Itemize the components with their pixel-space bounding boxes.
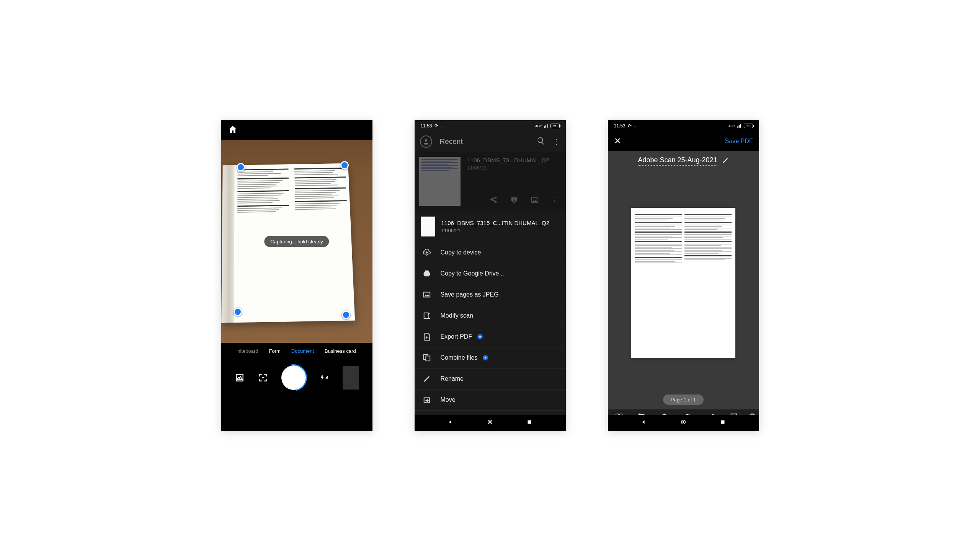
export-icon — [422, 332, 431, 341]
premium-badge-icon — [477, 334, 483, 339]
search-icon[interactable] — [537, 137, 545, 147]
status-bar: 11:53⟳·· 4G+ 21 — [415, 120, 566, 132]
last-scan-preview[interactable] — [343, 366, 359, 390]
crop-corner-bottom-right[interactable] — [342, 311, 350, 319]
svg-point-1 — [425, 139, 427, 142]
mode-form[interactable]: Form — [269, 348, 280, 354]
file-card: 1106_DBMS_73...DHUMAL_Q2 11/06/21 ⋮ — [415, 152, 566, 211]
profile-avatar-icon[interactable] — [420, 135, 432, 148]
modify-icon — [422, 311, 431, 320]
copy-to-device-button[interactable]: Copy to device — [415, 242, 566, 263]
move-icon — [422, 395, 431, 404]
network-type: 4G+ — [535, 124, 542, 128]
svg-point-0 — [262, 377, 264, 378]
edit-title-icon[interactable] — [722, 157, 729, 165]
recents-nav-icon[interactable] — [526, 419, 533, 427]
gallery-icon[interactable] — [235, 373, 245, 383]
save-jpeg-button[interactable]: Save pages as JPEG — [415, 284, 566, 305]
android-nav-bar — [608, 415, 759, 431]
scanned-page-preview[interactable] — [631, 208, 735, 358]
close-icon[interactable]: ✕ — [614, 136, 621, 146]
app-toolbar: Recent ⋮ — [415, 132, 566, 152]
shutter-button[interactable] — [281, 365, 306, 390]
auto-capture-icon[interactable] — [258, 373, 268, 383]
svg-rect-5 — [426, 356, 430, 361]
copy-to-drive-button[interactable]: Copy to Google Drive... — [415, 263, 566, 284]
back-nav-icon[interactable] — [640, 419, 647, 427]
home-nav-icon[interactable] — [487, 419, 493, 427]
svg-rect-9 — [528, 421, 531, 424]
document-title[interactable]: Adobe Scan 25-Aug-2021 — [638, 156, 717, 166]
status-time: 11:53 — [614, 123, 626, 129]
recent-files-screen: 11:53⟳·· 4G+ 21 Recent ⋮ 1106_DBMS_73...… — [415, 120, 566, 431]
crop-corner-bottom-left[interactable] — [234, 308, 242, 316]
svg-point-16 — [683, 421, 684, 423]
home-nav-icon[interactable] — [680, 419, 687, 427]
google-drive-icon — [422, 269, 431, 278]
page-indicator: Page 1 of 1 — [663, 395, 704, 405]
file-name: 1106_DBMS_73...DHUMAL_Q2 — [467, 157, 560, 163]
file-action-menu: Copy to device Copy to Google Drive... S… — [415, 242, 566, 431]
pdf-icon[interactable] — [510, 196, 518, 206]
image-icon — [422, 290, 431, 299]
share-icon[interactable] — [489, 196, 498, 206]
more-icon[interactable]: ⋮ — [551, 196, 558, 206]
image-icon[interactable] — [531, 196, 539, 206]
status-bar: 11:53⟳·· 4G+ 21 — [608, 120, 759, 132]
signal-icon — [544, 123, 549, 129]
status-time: 11:53 — [421, 123, 432, 129]
signal-icon — [737, 123, 742, 129]
capture-status-toast: Capturing... hold steady — [264, 236, 329, 247]
battery-icon: 21 — [744, 124, 753, 128]
crop-corner-top-left[interactable] — [237, 163, 245, 171]
camera-controls: A — [221, 359, 372, 390]
rename-button[interactable]: Rename — [415, 368, 566, 389]
scan-camera-screen: Capturing... hold steady hiteboard Form … — [221, 120, 372, 431]
mode-whiteboard[interactable]: hiteboard — [237, 348, 258, 354]
svg-point-8 — [489, 421, 491, 423]
rotation-lock-icon: ⟳ — [628, 123, 632, 129]
back-nav-icon[interactable] — [447, 419, 454, 427]
svg-rect-17 — [721, 421, 725, 424]
file-date: 11/06/21 — [441, 228, 560, 233]
home-icon[interactable] — [228, 125, 237, 135]
review-header: ✕ Save PDF — [608, 132, 759, 151]
battery-icon: 21 — [550, 124, 560, 128]
screen-title: Recent — [440, 137, 529, 146]
premium-badge-icon — [483, 355, 488, 360]
move-button[interactable]: Move — [415, 389, 566, 410]
modify-scan-button[interactable]: Modify scan — [415, 305, 566, 326]
mode-business-card[interactable]: Business card — [325, 348, 356, 354]
combine-icon — [422, 353, 431, 362]
action-sheet-header: 1106_DBMS_7315_C...ITIN DHUMAL_Q2 11/06/… — [415, 211, 566, 242]
download-cloud-icon — [422, 248, 431, 257]
scan-mode-selector: hiteboard Form Document Business card — [221, 343, 372, 359]
overflow-menu-icon[interactable]: ⋮ — [553, 137, 560, 146]
file-name: 1106_DBMS_7315_C...ITIN DHUMAL_Q2 — [441, 220, 560, 226]
document-title-row: Adobe Scan 25-Aug-2021 — [608, 151, 759, 171]
page-preview-stage — [608, 171, 759, 395]
review-scan-screen: 11:53⟳·· 4G+ 21 ✕ Save PDF Adobe Scan 25… — [608, 120, 759, 431]
camera-topbar — [221, 120, 372, 140]
pencil-icon — [422, 374, 431, 383]
file-thumbnail — [419, 157, 461, 206]
file-date: 11/06/21 — [467, 165, 560, 171]
mode-document[interactable]: Document — [291, 348, 314, 354]
flash-icon[interactable]: A — [319, 373, 329, 383]
file-thumbnail-small — [421, 217, 435, 236]
combine-files-button[interactable]: Combine files — [415, 347, 566, 368]
recents-nav-icon[interactable] — [719, 419, 726, 427]
save-pdf-button[interactable]: Save PDF — [725, 138, 753, 145]
android-nav-bar — [415, 415, 566, 431]
export-pdf-button[interactable]: Export PDF — [415, 326, 566, 347]
camera-viewfinder[interactable]: Capturing... hold steady — [221, 140, 372, 343]
crop-corner-top-right[interactable] — [340, 161, 349, 170]
network-type: 4G+ — [728, 124, 735, 128]
rotation-lock-icon: ⟳ — [434, 123, 438, 129]
